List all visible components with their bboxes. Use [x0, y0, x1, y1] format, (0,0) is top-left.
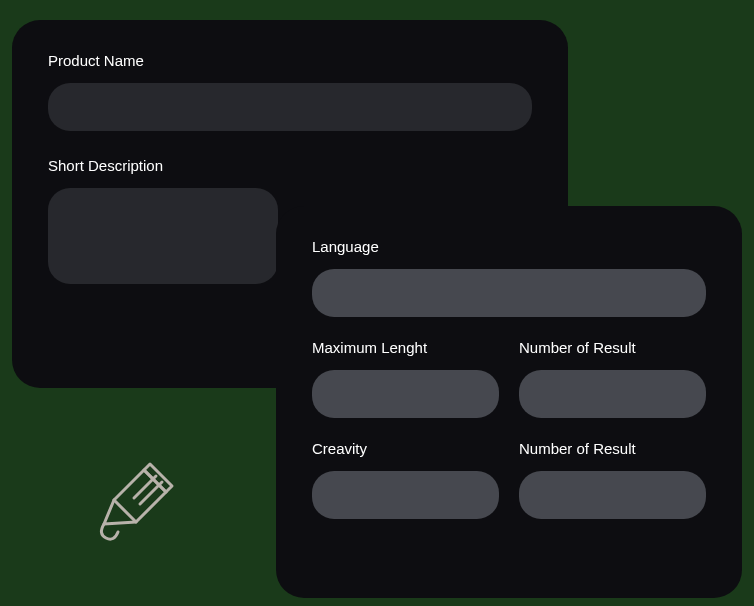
short-description-input[interactable]: [48, 188, 278, 284]
product-name-label: Product Name: [48, 52, 532, 69]
short-description-label: Short Description: [48, 157, 532, 174]
pencil-icon: [92, 452, 192, 552]
number-result-2-group: Number of Result: [519, 440, 706, 519]
row-2: Creavity Number of Result: [312, 440, 706, 519]
settings-form-card: Language Maximum Lenght Number of Result…: [276, 206, 742, 598]
product-name-group: Product Name: [48, 52, 532, 131]
creativity-input[interactable]: [312, 471, 499, 519]
max-length-label: Maximum Lenght: [312, 339, 499, 356]
row-1: Maximum Lenght Number of Result: [312, 339, 706, 418]
language-input[interactable]: [312, 269, 706, 317]
number-result-1-label: Number of Result: [519, 339, 706, 356]
number-result-1-group: Number of Result: [519, 339, 706, 418]
product-name-input[interactable]: [48, 83, 532, 131]
number-result-1-input[interactable]: [519, 370, 706, 418]
creativity-label: Creavity: [312, 440, 499, 457]
language-label: Language: [312, 238, 706, 255]
max-length-input[interactable]: [312, 370, 499, 418]
language-group: Language: [312, 238, 706, 317]
number-result-2-label: Number of Result: [519, 440, 706, 457]
number-result-2-input[interactable]: [519, 471, 706, 519]
max-length-group: Maximum Lenght: [312, 339, 499, 418]
creativity-group: Creavity: [312, 440, 499, 519]
